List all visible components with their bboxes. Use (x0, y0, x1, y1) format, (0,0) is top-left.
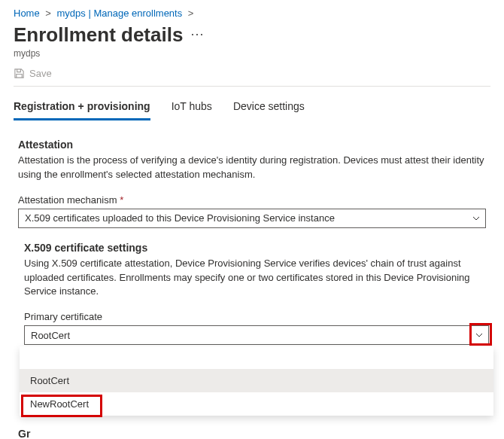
dropdown-option-newrootcert[interactable]: NewRootCert (20, 392, 493, 416)
page-subtitle: mydps (14, 48, 490, 59)
chevron-down-icon (475, 331, 484, 340)
breadcrumb-home[interactable]: Home (14, 8, 40, 19)
attestation-mechanism-select[interactable]: X.509 certificates uploaded to this Devi… (18, 209, 486, 228)
save-icon (14, 68, 25, 79)
cert-settings-desc: Using X.509 certificate attestation, Dev… (24, 257, 490, 300)
chevron-right-icon: > (45, 8, 51, 19)
tab-iot-hubs[interactable]: IoT hubs (172, 96, 212, 120)
save-button[interactable]: Save (14, 68, 52, 79)
dropdown-option-blank[interactable] (20, 346, 493, 369)
save-label: Save (29, 68, 52, 79)
breadcrumb-path[interactable]: mydps | Manage enrollments (57, 8, 183, 19)
divider (14, 86, 490, 87)
chevron-down-icon (472, 214, 481, 223)
primary-cert-value: RootCert (31, 330, 70, 341)
chevron-right-icon: > (188, 8, 194, 19)
breadcrumb: Home > mydps | Manage enrollments > (14, 8, 490, 19)
more-icon[interactable]: ⋯ (190, 27, 204, 44)
cert-settings-heading: X.509 certificate settings (24, 242, 490, 254)
page-title: Enrollment details (14, 23, 183, 47)
tabs: Registration + provisioning IoT hubs Dev… (14, 96, 490, 120)
attestation-mechanism-value: X.509 certificates uploaded to this Devi… (25, 212, 335, 224)
group-heading-partial: Gr (18, 428, 490, 439)
dropdown-option-rootcert[interactable]: RootCert (20, 369, 493, 392)
primary-cert-select[interactable]: RootCert (24, 325, 489, 345)
primary-cert-dropdown: RootCert NewRootCert (20, 346, 493, 416)
attestation-heading: Attestation (18, 139, 490, 151)
primary-cert-label: Primary certificate (24, 311, 490, 322)
tab-registration-provisioning[interactable]: Registration + provisioning (14, 96, 150, 120)
attestation-mechanism-label: Attestation mechanism * (18, 194, 490, 206)
attestation-desc: Attestation is the process of verifying … (18, 154, 484, 182)
tab-device-settings[interactable]: Device settings (233, 96, 305, 120)
